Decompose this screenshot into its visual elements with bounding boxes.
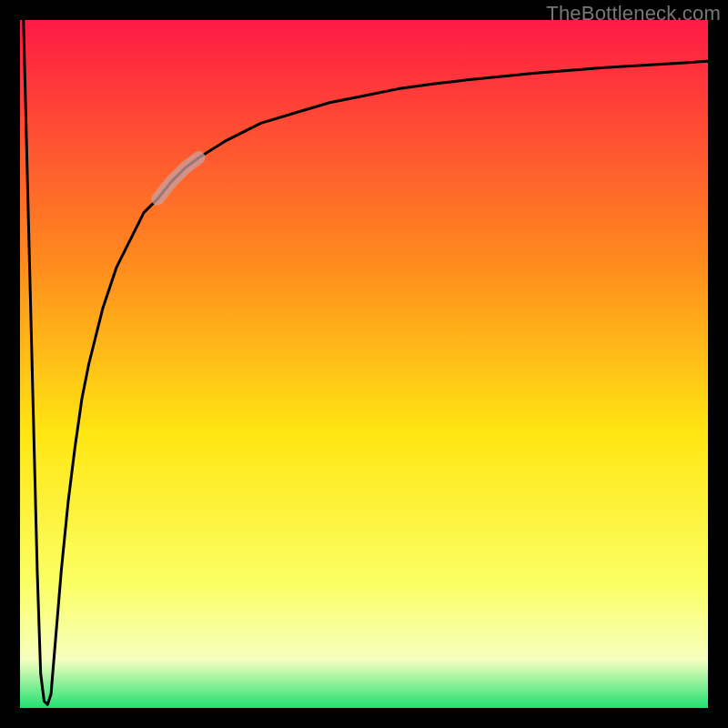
plot-area — [20, 20, 708, 708]
chart-stage: TheBottleneck.com — [0, 0, 728, 728]
gradient-background — [20, 20, 708, 708]
plot-svg — [20, 20, 708, 708]
watermark-label: TheBottleneck.com — [546, 2, 721, 25]
